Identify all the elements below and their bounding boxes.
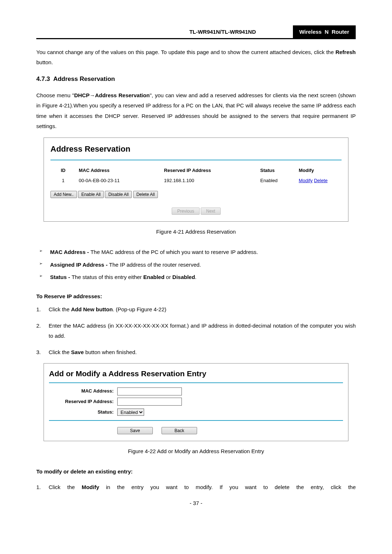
status-select[interactable]: Enabled — [117, 409, 144, 416]
enable-all-button[interactable]: Enable All — [78, 191, 104, 198]
col-mac: MAC Address — [76, 165, 161, 176]
next-button: Next — [201, 208, 221, 215]
document-page: TL-WR941N/TL-WR941ND Wireless N Router Y… — [0, 0, 392, 523]
add-new-button[interactable]: Add New.. — [50, 191, 77, 198]
table-row: 1 00-0A-EB-00-23-11 192.168.1.100 Enable… — [50, 176, 342, 186]
figure-4-22-box: Add or Modify a Address Reservation Entr… — [44, 363, 348, 441]
button-row: Add New.. Enable All Disable All Delete … — [50, 189, 342, 200]
reserved-ip-input[interactable] — [117, 398, 182, 406]
reserve-steps: 1. Click the Add New button. (Pop-up Fig… — [36, 304, 356, 357]
save-button[interactable]: Save — [117, 427, 153, 434]
figure-4-21-title: Address Reservation — [50, 141, 342, 157]
reserved-ip-label: Reserved IP Address: — [49, 397, 117, 406]
modify-heading: To modify or delete an existing entry: — [36, 467, 356, 477]
bullet-icon: ➢ — [39, 247, 50, 258]
section-heading: 4.7.3 Address Reservation — [36, 73, 356, 85]
col-ip: Reserved IP Address — [161, 165, 257, 176]
description-paragraph: Choose menu "DHCP→Address Reservation", … — [36, 90, 356, 132]
reservation-table: ID MAC Address Reserved IP Address Statu… — [50, 165, 342, 186]
figure-4-21-box: Address Reservation ID MAC Address Reser… — [44, 138, 348, 222]
header-bar: TL-WR941N/TL-WR941ND Wireless N Router — [36, 25, 356, 39]
col-modify: Modify — [296, 165, 342, 176]
figure-4-22-title: Add or Modify a Address Reservation Entr… — [49, 366, 343, 381]
status-label: Status: — [49, 408, 117, 417]
figure-4-22-caption: Figure 4-22 Add or Modify an Address Res… — [36, 446, 356, 457]
page-number: - 37 - — [36, 498, 356, 509]
delete-all-button[interactable]: Delete All — [133, 191, 158, 198]
field-definitions: ➢ MAC Address - The MAC address of the P… — [39, 247, 356, 283]
figure-4-21-caption: Figure 4-21 Address Reservation — [36, 227, 356, 237]
previous-button: Previous — [172, 208, 200, 215]
bullet-icon: ➢ — [39, 260, 50, 270]
modify-step: 1. Click the Modify in the entry you wan… — [36, 482, 356, 493]
mac-address-label: MAC Address: — [49, 387, 117, 396]
back-button[interactable]: Back — [162, 427, 197, 434]
col-id: ID — [50, 165, 76, 176]
modify-link[interactable]: Modify — [299, 178, 313, 183]
delete-link[interactable]: Delete — [314, 178, 328, 183]
reserve-heading: To Reserve IP addresses: — [36, 291, 356, 302]
mac-address-input[interactable] — [117, 387, 182, 395]
header-product: Wireless N Router — [293, 25, 356, 38]
col-status: Status — [257, 165, 296, 176]
disable-all-button[interactable]: Disable All — [105, 191, 132, 198]
bullet-icon: ➢ — [39, 272, 50, 283]
header-model: TL-WR941N/TL-WR941ND — [152, 25, 293, 38]
intro-paragraph: You cannot change any of the values on t… — [36, 47, 356, 68]
